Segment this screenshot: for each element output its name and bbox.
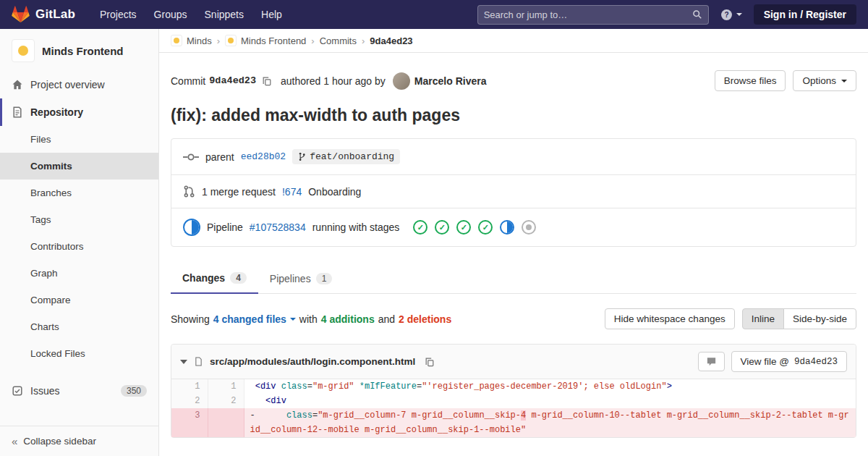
hide-whitespace-button[interactable]: Hide whitespace changes bbox=[605, 308, 735, 329]
diff-file-card: src/app/modules/auth/login.component.htm… bbox=[171, 344, 856, 438]
code-line: - class="m-grid__column-7 m-grid__column… bbox=[244, 408, 856, 437]
sidebar-item-charts[interactable]: Charts bbox=[0, 313, 158, 340]
project-name: Minds Frontend bbox=[42, 45, 124, 57]
author-name[interactable]: Marcelo Rivera bbox=[414, 75, 487, 87]
branch-icon bbox=[298, 152, 306, 161]
gitlab-logo[interactable]: GitLab bbox=[12, 6, 75, 23]
search-box[interactable] bbox=[477, 5, 709, 25]
merge-request-icon bbox=[183, 185, 195, 198]
group-avatar bbox=[171, 35, 182, 46]
nav-groups[interactable]: Groups bbox=[147, 4, 195, 25]
diff-table-body: 11 <div class="m-grid" *mIfFeature="'reg… bbox=[171, 379, 856, 437]
additions-count: 4 additions bbox=[321, 313, 375, 325]
sidebar-item-tags[interactable]: Tags bbox=[0, 206, 158, 233]
toggle-comments-button[interactable] bbox=[698, 352, 725, 371]
sidebar-item-graph[interactable]: Graph bbox=[0, 260, 158, 287]
pipeline-stage-icon-running[interactable] bbox=[500, 220, 514, 235]
search-input[interactable] bbox=[484, 9, 692, 20]
collapse-diff-icon[interactable] bbox=[180, 360, 187, 364]
sidebar-item-contributors[interactable]: Contributors bbox=[0, 233, 158, 260]
merge-request-row: 1 merge request !674 Onboarding bbox=[171, 174, 856, 208]
repository-icon bbox=[12, 106, 23, 118]
sidebar-item-compare[interactable]: Compare bbox=[0, 287, 158, 313]
new-line-number[interactable] bbox=[208, 408, 244, 437]
pipeline-id-link[interactable]: #107528834 bbox=[250, 221, 306, 233]
deletions-count: 2 deletions bbox=[399, 313, 451, 325]
side-by-side-view-button[interactable]: Side-by-side bbox=[783, 308, 856, 329]
chevron-down-icon bbox=[736, 13, 742, 16]
breadcrumb-minds-frontend[interactable]: Minds Frontend bbox=[225, 35, 306, 46]
copy-icon bbox=[425, 357, 435, 367]
new-line-number[interactable]: 2 bbox=[208, 394, 244, 408]
branch-chip[interactable]: feat/onboarding bbox=[292, 149, 400, 164]
breadcrumb-minds[interactable]: Minds bbox=[171, 35, 212, 46]
sidebar-item-branches[interactable]: Branches bbox=[0, 180, 158, 206]
copy-icon bbox=[262, 76, 272, 86]
inline-view-button[interactable]: Inline bbox=[742, 308, 784, 329]
parent-label: parent bbox=[205, 151, 234, 163]
pipeline-stage-icon-success[interactable] bbox=[413, 220, 427, 235]
changes-count-badge: 4 bbox=[230, 272, 247, 284]
mr-ref-link[interactable]: !674 bbox=[282, 186, 302, 198]
collapse-icon: « bbox=[12, 436, 17, 447]
sidebar-item-repository[interactable]: Repository bbox=[0, 98, 158, 126]
copy-file-path-button[interactable] bbox=[423, 355, 436, 368]
options-dropdown-button[interactable]: Options bbox=[793, 70, 856, 91]
nav-help[interactable]: Help bbox=[254, 4, 289, 25]
pipeline-stage-icon-success[interactable] bbox=[435, 220, 449, 235]
commit-actions: Browse files Options bbox=[715, 70, 856, 91]
old-line-number[interactable]: 2 bbox=[171, 394, 208, 408]
file-path[interactable]: src/app/modules/auth/login.component.htm… bbox=[210, 356, 415, 367]
old-line-number[interactable]: 3 bbox=[171, 408, 208, 437]
diff-summary: Showing 4 changed files with 4 additions… bbox=[171, 313, 451, 325]
code-line: <div bbox=[244, 394, 856, 408]
new-line-number[interactable]: 1 bbox=[208, 379, 244, 394]
collapse-label: Collapse sidebar bbox=[23, 436, 96, 447]
project-header[interactable]: Minds Frontend bbox=[0, 29, 158, 71]
navbar-menu: Projects Groups Snippets Help bbox=[93, 4, 289, 25]
commit-icon bbox=[183, 152, 199, 162]
search-icon bbox=[692, 9, 702, 20]
copy-sha-button[interactable] bbox=[260, 75, 273, 88]
old-line-number[interactable]: 1 bbox=[171, 379, 208, 394]
diff-view-toggle: Inline Side-by-side bbox=[742, 308, 856, 329]
diff-file-header: src/app/modules/auth/login.component.htm… bbox=[171, 345, 856, 379]
diff-controls-row: Showing 4 changed files with 4 additions… bbox=[171, 308, 856, 329]
sidebar-item-issues[interactable]: Issues 350 bbox=[0, 377, 158, 405]
view-file-button[interactable]: View file @ 9da4ed23 bbox=[731, 351, 848, 372]
pipeline-stage-icon-success[interactable] bbox=[478, 220, 493, 235]
commit-label: Commit bbox=[171, 75, 205, 87]
sidebar-item-files[interactable]: Files bbox=[0, 126, 158, 153]
pipeline-status-text: running with stages bbox=[312, 221, 400, 233]
svg-text:?: ? bbox=[724, 11, 728, 19]
commit-sha: 9da4ed23 bbox=[209, 75, 256, 86]
help-icon: ? bbox=[720, 9, 733, 21]
parent-sha-link[interactable]: eed28b02 bbox=[241, 151, 286, 162]
browse-files-button[interactable]: Browse files bbox=[715, 70, 786, 91]
author-avatar[interactable] bbox=[393, 72, 410, 90]
sidebar-item-locked-files[interactable]: Locked Files bbox=[0, 340, 158, 367]
project-avatar bbox=[12, 39, 35, 62]
tab-pipelines[interactable]: Pipelines 1 bbox=[258, 264, 344, 293]
pipeline-running-icon bbox=[183, 219, 200, 236]
sign-in-register-button[interactable]: Sign in / Register bbox=[754, 4, 856, 25]
pipeline-mini-graph bbox=[413, 220, 536, 235]
sidebar-item-project-overview[interactable]: Project overview bbox=[0, 71, 158, 98]
pipeline-stage-icon-success[interactable] bbox=[456, 220, 471, 235]
chevron-down-icon bbox=[290, 318, 296, 321]
diff-table: 11 <div class="m-grid" *mIfFeature="'reg… bbox=[171, 379, 856, 437]
pipeline-stage-icon-created[interactable] bbox=[522, 220, 536, 235]
breadcrumb-separator: › bbox=[362, 35, 365, 46]
view-file-sha: 9da4ed23 bbox=[794, 357, 838, 367]
diff-view-controls: Hide whitespace changes Inline Side-by-s… bbox=[605, 308, 856, 329]
navbar-right: ? Sign in / Register bbox=[477, 4, 856, 25]
changed-files-dropdown[interactable]: 4 changed files bbox=[213, 313, 296, 325]
breadcrumb-commits[interactable]: Commits bbox=[320, 35, 357, 46]
diff-line: 3- class="m-grid__column-7 m-grid__colum… bbox=[171, 408, 856, 437]
collapse-sidebar-button[interactable]: « Collapse sidebar bbox=[0, 426, 158, 456]
tab-changes[interactable]: Changes 4 bbox=[171, 264, 258, 294]
nav-projects[interactable]: Projects bbox=[93, 4, 144, 25]
help-dropdown[interactable]: ? bbox=[720, 9, 742, 21]
sidebar-item-commits[interactable]: Commits bbox=[0, 153, 158, 180]
nav-snippets[interactable]: Snippets bbox=[197, 4, 251, 25]
